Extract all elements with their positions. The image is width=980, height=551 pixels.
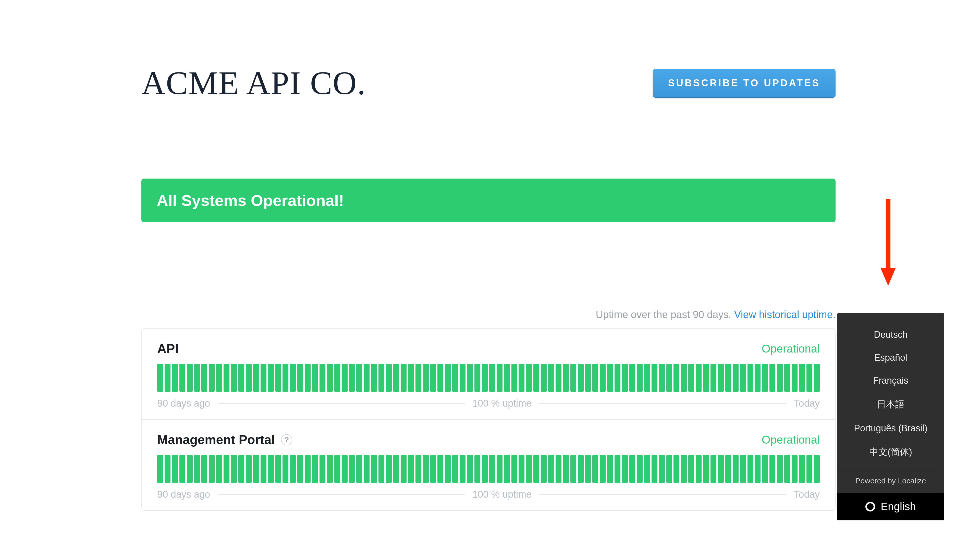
uptime-bar	[563, 455, 569, 483]
uptime-bar	[408, 364, 414, 392]
subscribe-button[interactable]: SUBSCRIBE TO UPDATES	[653, 69, 835, 97]
component-status-label: Operational	[762, 433, 820, 446]
annotation-arrow-icon	[880, 199, 896, 286]
uptime-bar	[711, 364, 716, 392]
component-status-label: Operational	[762, 342, 820, 355]
uptime-bar	[275, 455, 281, 483]
current-language-button[interactable]: English	[837, 493, 944, 520]
language-option[interactable]: 中文(简体)	[837, 440, 944, 465]
uptime-bar	[718, 364, 724, 392]
uptime-bar	[792, 455, 797, 483]
uptime-bar	[386, 455, 392, 483]
uptime-bar	[327, 455, 333, 483]
uptime-bar	[393, 455, 399, 483]
uptime-bar	[673, 455, 679, 483]
uptime-bar	[733, 364, 738, 392]
uptime-bar	[718, 455, 724, 483]
uptime-bar	[807, 364, 812, 392]
uptime-bar	[592, 364, 598, 392]
view-historical-uptime-link[interactable]: View historical uptime.	[734, 309, 835, 320]
uptime-bar	[401, 364, 407, 392]
foot-left-label: 90 days ago	[157, 398, 210, 409]
uptime-bar	[600, 364, 606, 392]
language-option[interactable]: 日本語	[837, 392, 944, 417]
uptime-bar	[696, 364, 702, 392]
uptime-bar	[807, 455, 812, 483]
uptime-bar	[371, 364, 377, 392]
uptime-bar	[644, 364, 650, 392]
component-management-portal: Management Portal ? Operational 90 days …	[142, 420, 835, 510]
uptime-bar	[637, 364, 643, 392]
uptime-bar	[614, 364, 620, 392]
uptime-bar	[180, 364, 185, 392]
uptime-bar	[667, 364, 672, 392]
uptime-bar	[246, 455, 251, 483]
uptime-bar	[533, 364, 539, 392]
uptime-bar	[275, 364, 281, 392]
uptime-bar	[496, 364, 503, 392]
uptime-bar	[725, 455, 731, 483]
uptime-bar	[511, 455, 517, 483]
uptime-bar	[519, 364, 525, 392]
uptime-bar	[327, 364, 333, 392]
language-option[interactable]: Português (Brasil)	[837, 417, 944, 440]
uptime-bar	[696, 455, 702, 483]
uptime-caption: Uptime over the past 90 days. View histo…	[142, 309, 835, 321]
divider	[218, 494, 465, 495]
help-icon[interactable]: ?	[281, 434, 292, 445]
uptime-bar	[445, 364, 451, 392]
uptime-bar	[379, 364, 384, 392]
foot-right-label: Today	[794, 398, 820, 409]
globe-circle-icon	[865, 502, 875, 511]
foot-right-label: Today	[794, 489, 820, 500]
uptime-bar	[356, 364, 362, 392]
uptime-bar	[814, 364, 820, 392]
component-name-label: API	[157, 341, 178, 356]
uptime-bar	[555, 455, 562, 483]
uptime-bar	[784, 364, 790, 392]
uptime-bar	[578, 364, 584, 392]
uptime-bar	[467, 364, 473, 392]
uptime-bar	[703, 364, 709, 392]
uptime-bar	[482, 364, 488, 392]
uptime-bar	[401, 455, 407, 483]
uptime-bar	[482, 455, 488, 483]
uptime-bar	[216, 455, 222, 483]
uptime-bar	[290, 364, 296, 392]
uptime-bar	[364, 364, 369, 392]
uptime-bar	[814, 455, 820, 483]
language-option[interactable]: Français	[837, 369, 944, 392]
uptime-bar	[452, 364, 458, 392]
uptime-bar	[555, 364, 562, 392]
uptime-bar	[740, 364, 746, 392]
uptime-bar	[467, 455, 473, 483]
language-option[interactable]: Deutsch	[837, 323, 944, 346]
uptime-bar	[585, 364, 591, 392]
component-name-label: Management Portal	[157, 432, 275, 447]
uptime-bar	[688, 455, 694, 483]
uptime-bar	[430, 364, 436, 392]
uptime-bar	[312, 455, 318, 483]
uptime-bar	[777, 364, 783, 392]
uptime-bar	[379, 455, 384, 483]
uptime-bar	[320, 455, 325, 483]
uptime-bar	[755, 364, 760, 392]
uptime-bar	[755, 455, 760, 483]
uptime-bars	[157, 455, 820, 483]
header: ACME API CO. SUBSCRIBE TO UPDATES	[142, 64, 835, 102]
svg-marker-1	[880, 268, 896, 286]
uptime-bar	[268, 455, 274, 483]
uptime-bar	[792, 364, 797, 392]
language-option[interactable]: Español	[837, 346, 944, 369]
foot-center-label: 100 % uptime	[473, 398, 531, 409]
uptime-bar	[622, 455, 628, 483]
divider	[218, 403, 465, 404]
uptime-bar	[667, 455, 672, 483]
uptime-bar	[681, 455, 687, 483]
uptime-bar	[165, 455, 170, 483]
uptime-bar	[268, 364, 274, 392]
uptime-bar	[688, 364, 694, 392]
uptime-bar	[253, 364, 259, 392]
uptime-bar	[770, 364, 775, 392]
uptime-bar	[614, 455, 620, 483]
